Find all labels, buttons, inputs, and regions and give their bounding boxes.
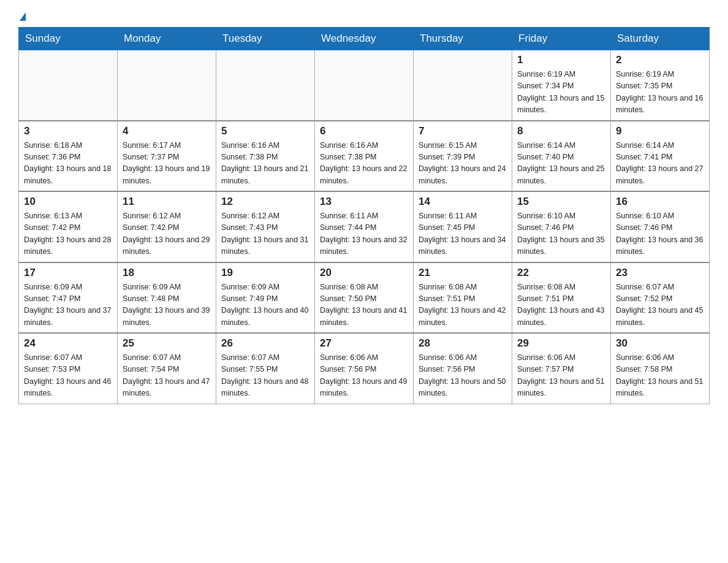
logo bbox=[18, 12, 26, 21]
calendar-week-row: 24Sunrise: 6:07 AMSunset: 7:53 PMDayligh… bbox=[19, 333, 710, 404]
calendar-cell: 19Sunrise: 6:09 AMSunset: 7:49 PMDayligh… bbox=[216, 262, 315, 334]
day-number: 28 bbox=[419, 337, 507, 350]
calendar-cell: 18Sunrise: 6:09 AMSunset: 7:48 PMDayligh… bbox=[118, 262, 216, 334]
day-number: 5 bbox=[221, 125, 309, 137]
day-number: 16 bbox=[616, 196, 704, 208]
day-info: Sunrise: 6:12 AMSunset: 7:42 PMDaylight:… bbox=[123, 210, 211, 258]
calendar-header-row: SundayMondayTuesdayWednesdayThursdayFrid… bbox=[19, 28, 710, 50]
day-number: 6 bbox=[320, 125, 408, 137]
calendar-cell: 29Sunrise: 6:06 AMSunset: 7:57 PMDayligh… bbox=[512, 333, 611, 404]
day-info: Sunrise: 6:06 AMSunset: 7:56 PMDaylight:… bbox=[320, 352, 408, 400]
day-info: Sunrise: 6:07 AMSunset: 7:52 PMDaylight:… bbox=[616, 282, 704, 329]
calendar-cell: 4Sunrise: 6:17 AMSunset: 7:37 PMDaylight… bbox=[118, 121, 216, 192]
calendar-cell bbox=[414, 50, 512, 121]
page-header bbox=[18, 12, 710, 21]
day-number: 25 bbox=[123, 337, 211, 350]
day-number: 30 bbox=[616, 337, 704, 350]
weekday-header-sunday: Sunday bbox=[19, 28, 118, 50]
calendar-table: SundayMondayTuesdayWednesdayThursdayFrid… bbox=[18, 27, 710, 404]
calendar-cell: 1Sunrise: 6:19 AMSunset: 7:34 PMDaylight… bbox=[512, 50, 611, 121]
day-info: Sunrise: 6:15 AMSunset: 7:39 PMDaylight:… bbox=[419, 140, 507, 188]
day-info: Sunrise: 6:10 AMSunset: 7:46 PMDaylight:… bbox=[517, 210, 605, 258]
day-info: Sunrise: 6:11 AMSunset: 7:44 PMDaylight:… bbox=[320, 210, 408, 258]
weekday-header-monday: Monday bbox=[118, 28, 216, 50]
day-info: Sunrise: 6:08 AMSunset: 7:51 PMDaylight:… bbox=[419, 282, 507, 329]
calendar-cell: 20Sunrise: 6:08 AMSunset: 7:50 PMDayligh… bbox=[315, 262, 414, 334]
day-info: Sunrise: 6:12 AMSunset: 7:43 PMDaylight:… bbox=[221, 210, 309, 258]
calendar-cell bbox=[118, 50, 216, 121]
calendar-cell: 6Sunrise: 6:16 AMSunset: 7:38 PMDaylight… bbox=[315, 121, 414, 192]
day-number: 23 bbox=[616, 267, 704, 279]
day-number: 19 bbox=[221, 267, 309, 279]
day-info: Sunrise: 6:14 AMSunset: 7:40 PMDaylight:… bbox=[517, 140, 605, 188]
calendar-week-row: 3Sunrise: 6:18 AMSunset: 7:36 PMDaylight… bbox=[19, 121, 710, 192]
calendar-week-row: 1Sunrise: 6:19 AMSunset: 7:34 PMDaylight… bbox=[19, 50, 710, 121]
calendar-cell: 13Sunrise: 6:11 AMSunset: 7:44 PMDayligh… bbox=[315, 191, 414, 262]
day-info: Sunrise: 6:06 AMSunset: 7:57 PMDaylight:… bbox=[517, 352, 605, 400]
calendar-cell: 3Sunrise: 6:18 AMSunset: 7:36 PMDaylight… bbox=[19, 121, 118, 192]
day-number: 24 bbox=[24, 337, 112, 350]
day-info: Sunrise: 6:19 AMSunset: 7:34 PMDaylight:… bbox=[517, 69, 605, 117]
day-info: Sunrise: 6:13 AMSunset: 7:42 PMDaylight:… bbox=[24, 210, 112, 258]
day-info: Sunrise: 6:16 AMSunset: 7:38 PMDaylight:… bbox=[320, 140, 408, 188]
calendar-cell: 9Sunrise: 6:14 AMSunset: 7:41 PMDaylight… bbox=[611, 121, 710, 192]
calendar-cell bbox=[216, 50, 315, 121]
day-number: 17 bbox=[24, 267, 112, 279]
calendar-cell: 12Sunrise: 6:12 AMSunset: 7:43 PMDayligh… bbox=[216, 191, 315, 262]
calendar-cell: 8Sunrise: 6:14 AMSunset: 7:40 PMDaylight… bbox=[512, 121, 611, 192]
calendar-cell: 11Sunrise: 6:12 AMSunset: 7:42 PMDayligh… bbox=[118, 191, 216, 262]
calendar-cell: 28Sunrise: 6:06 AMSunset: 7:56 PMDayligh… bbox=[414, 333, 512, 404]
calendar-cell: 22Sunrise: 6:08 AMSunset: 7:51 PMDayligh… bbox=[512, 262, 611, 334]
day-number: 20 bbox=[320, 267, 408, 279]
day-info: Sunrise: 6:07 AMSunset: 7:55 PMDaylight:… bbox=[221, 352, 309, 400]
calendar-cell: 26Sunrise: 6:07 AMSunset: 7:55 PMDayligh… bbox=[216, 333, 315, 404]
day-number: 3 bbox=[24, 125, 112, 137]
calendar-cell: 7Sunrise: 6:15 AMSunset: 7:39 PMDaylight… bbox=[414, 121, 512, 192]
day-info: Sunrise: 6:14 AMSunset: 7:41 PMDaylight:… bbox=[616, 140, 704, 188]
day-info: Sunrise: 6:08 AMSunset: 7:50 PMDaylight:… bbox=[320, 282, 408, 329]
day-info: Sunrise: 6:09 AMSunset: 7:47 PMDaylight:… bbox=[24, 282, 112, 329]
calendar-cell: 15Sunrise: 6:10 AMSunset: 7:46 PMDayligh… bbox=[512, 191, 611, 262]
calendar-cell: 21Sunrise: 6:08 AMSunset: 7:51 PMDayligh… bbox=[414, 262, 512, 334]
day-number: 22 bbox=[517, 267, 605, 279]
calendar-cell bbox=[19, 50, 118, 121]
day-info: Sunrise: 6:06 AMSunset: 7:56 PMDaylight:… bbox=[419, 352, 507, 400]
day-info: Sunrise: 6:17 AMSunset: 7:37 PMDaylight:… bbox=[123, 140, 211, 188]
day-number: 29 bbox=[517, 337, 605, 350]
day-number: 2 bbox=[616, 54, 704, 66]
calendar-week-row: 17Sunrise: 6:09 AMSunset: 7:47 PMDayligh… bbox=[19, 262, 710, 334]
day-info: Sunrise: 6:10 AMSunset: 7:46 PMDaylight:… bbox=[616, 210, 704, 258]
weekday-header-friday: Friday bbox=[512, 28, 611, 50]
weekday-header-thursday: Thursday bbox=[414, 28, 512, 50]
calendar-cell: 17Sunrise: 6:09 AMSunset: 7:47 PMDayligh… bbox=[19, 262, 118, 334]
day-number: 21 bbox=[419, 267, 507, 279]
calendar-cell: 5Sunrise: 6:16 AMSunset: 7:38 PMDaylight… bbox=[216, 121, 315, 192]
day-number: 18 bbox=[123, 267, 211, 279]
day-number: 1 bbox=[517, 54, 605, 66]
calendar-cell bbox=[315, 50, 414, 121]
calendar-cell: 30Sunrise: 6:06 AMSunset: 7:58 PMDayligh… bbox=[611, 333, 710, 404]
calendar-cell: 23Sunrise: 6:07 AMSunset: 7:52 PMDayligh… bbox=[611, 262, 710, 334]
day-number: 9 bbox=[616, 125, 704, 137]
day-number: 14 bbox=[419, 196, 507, 208]
day-info: Sunrise: 6:19 AMSunset: 7:35 PMDaylight:… bbox=[616, 69, 704, 117]
day-info: Sunrise: 6:07 AMSunset: 7:53 PMDaylight:… bbox=[24, 352, 112, 400]
day-info: Sunrise: 6:11 AMSunset: 7:45 PMDaylight:… bbox=[419, 210, 507, 258]
day-info: Sunrise: 6:18 AMSunset: 7:36 PMDaylight:… bbox=[24, 140, 112, 188]
day-number: 15 bbox=[517, 196, 605, 208]
day-info: Sunrise: 6:07 AMSunset: 7:54 PMDaylight:… bbox=[123, 352, 211, 400]
day-info: Sunrise: 6:09 AMSunset: 7:48 PMDaylight:… bbox=[123, 282, 211, 329]
logo-triangle-icon bbox=[20, 12, 26, 21]
day-number: 10 bbox=[24, 196, 112, 208]
calendar-cell: 10Sunrise: 6:13 AMSunset: 7:42 PMDayligh… bbox=[19, 191, 118, 262]
day-number: 4 bbox=[123, 125, 211, 137]
day-number: 12 bbox=[221, 196, 309, 208]
day-number: 8 bbox=[517, 125, 605, 137]
day-info: Sunrise: 6:08 AMSunset: 7:51 PMDaylight:… bbox=[517, 282, 605, 329]
calendar-cell: 2Sunrise: 6:19 AMSunset: 7:35 PMDaylight… bbox=[611, 50, 710, 121]
day-info: Sunrise: 6:16 AMSunset: 7:38 PMDaylight:… bbox=[221, 140, 309, 188]
calendar-cell: 16Sunrise: 6:10 AMSunset: 7:46 PMDayligh… bbox=[611, 191, 710, 262]
weekday-header-wednesday: Wednesday bbox=[315, 28, 414, 50]
day-info: Sunrise: 6:06 AMSunset: 7:58 PMDaylight:… bbox=[616, 352, 704, 400]
day-number: 26 bbox=[221, 337, 309, 350]
